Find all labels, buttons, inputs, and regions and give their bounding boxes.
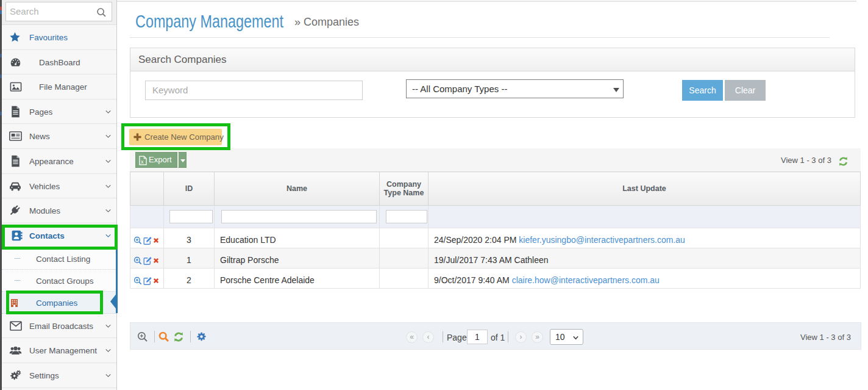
svg-text:x: x (141, 159, 144, 165)
